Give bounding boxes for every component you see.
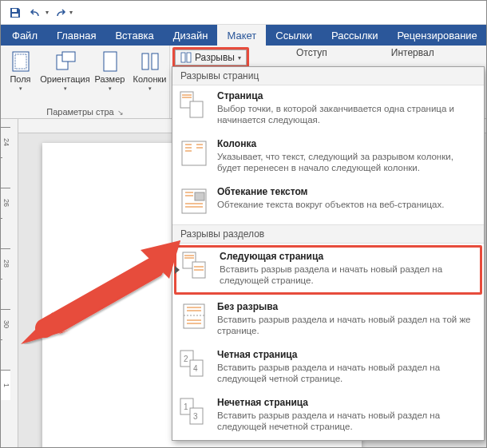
break-evenpage-item[interactable]: 24 Четная страница Вставить разрыв разде… (172, 344, 484, 392)
page-setup-group-title: Параметры стра↘ (2, 105, 168, 118)
break-nextpage-title: Следующая страница (220, 251, 475, 262)
svg-rect-6 (104, 52, 117, 71)
break-column-title: Колонка (217, 138, 477, 149)
quick-access-toolbar: ▾ ▾ (1, 1, 486, 25)
tab-design[interactable]: Дизайн (164, 25, 218, 46)
tab-review[interactable]: Рецензирование (387, 25, 486, 46)
breaks-button-highlight: Разрывы ▾ (172, 47, 249, 68)
tab-file[interactable]: Файл (2, 25, 47, 46)
svg-rect-22 (195, 192, 204, 200)
svg-text:2: 2 (184, 355, 188, 363)
break-evenpage-desc: Вставить разрыв раздела и начать новый р… (217, 362, 477, 384)
column-break-icon (179, 138, 209, 168)
break-page-item[interactable]: Страница Выбор точки, в которой заканчив… (172, 85, 484, 133)
svg-rect-5 (62, 52, 75, 61)
tab-insert[interactable]: Вставка (105, 25, 163, 46)
margins-label: Поля (10, 74, 30, 84)
svg-text:3: 3 (193, 412, 198, 421)
break-page-title: Страница (217, 90, 477, 101)
breaks-icon (180, 52, 192, 63)
breaks-button[interactable]: Разрывы ▾ (175, 50, 247, 65)
page-break-icon (179, 90, 209, 121)
spacing-label: Интервал (391, 47, 434, 58)
indent-label: Отступ (296, 47, 327, 58)
break-column-item[interactable]: Колонка Указывает, что текст, следующий … (172, 133, 484, 181)
columns-button[interactable]: Колонки ▾ (130, 47, 170, 105)
break-textwrap-item[interactable]: Обтекание текстом Обтекание текста вокру… (172, 181, 484, 224)
svg-text:4: 4 (193, 364, 198, 373)
svg-rect-10 (187, 53, 191, 62)
breaks-label: Разрывы (195, 52, 235, 63)
break-continuous-desc: Вставить разрыв раздела и начать новый р… (217, 314, 477, 336)
redo-icon[interactable] (50, 3, 69, 22)
columns-label: Колонки (133, 74, 167, 84)
orientation-button[interactable]: Ориентация ▾ (41, 47, 90, 105)
undo-icon[interactable] (26, 3, 46, 22)
break-continuous-title: Без разрыва (217, 301, 477, 312)
break-evenpage-title: Четная страница (217, 349, 477, 360)
ribbon-tabs: Файл Главная Вставка Дизайн Макет Ссылки… (1, 25, 486, 46)
break-textwrap-title: Обтекание текстом (217, 186, 444, 197)
svg-rect-1 (12, 14, 18, 17)
ribbon-right-labels: Отступ Интервал (296, 47, 434, 58)
break-oddpage-item[interactable]: 13 Нечетная страница Вставить разрыв раз… (172, 392, 484, 440)
break-column-desc: Указывает, что текст, следующий за разры… (217, 151, 477, 173)
evenpage-break-icon: 24 (179, 349, 209, 379)
tab-mailings[interactable]: Рассылки (322, 25, 387, 46)
section-page-breaks: Разрывы страниц (172, 67, 484, 85)
size-button[interactable]: Размер ▾ (90, 47, 130, 105)
section-section-breaks: Разрывы разделов (172, 224, 484, 244)
svg-rect-0 (12, 9, 17, 12)
break-oddpage-desc: Вставить разрыв раздела и начать новый р… (217, 410, 477, 432)
svg-rect-12 (190, 101, 203, 117)
oddpage-break-icon: 13 (179, 397, 209, 427)
continuous-break-icon (179, 301, 209, 331)
breaks-dropdown: Разрывы страниц Страница Выбор точки, в … (172, 66, 485, 441)
undo-dropdown-icon[interactable]: ▾ (46, 9, 49, 16)
break-nextpage-desc: Вставить разрыв раздела и начать новый р… (220, 264, 475, 286)
save-icon[interactable] (6, 3, 25, 22)
nextpage-break-icon (181, 251, 212, 281)
svg-rect-9 (181, 53, 185, 62)
break-textwrap-desc: Обтекание текста вокруг объектов на веб-… (217, 199, 444, 210)
break-nextpage-item[interactable]: Следующая страница Вставить разрыв разде… (174, 245, 482, 295)
svg-rect-8 (152, 54, 158, 69)
svg-text:1: 1 (184, 402, 188, 411)
tab-references[interactable]: Ссылки (266, 25, 322, 46)
qat-customize-icon[interactable]: ▾ (69, 9, 73, 16)
margins-button[interactable]: Поля ▾ (1, 47, 41, 105)
svg-rect-7 (142, 54, 148, 69)
size-label: Размер (95, 74, 125, 84)
vertical-ruler: 24 26 28 30 1 (1, 119, 18, 447)
textwrap-break-icon (179, 186, 209, 216)
dialog-launcher-icon[interactable]: ↘ (117, 109, 124, 117)
orientation-label: Ориентация (40, 74, 89, 84)
break-continuous-item[interactable]: Без разрыва Вставить разрыв раздела и на… (172, 296, 484, 344)
tab-home[interactable]: Главная (47, 25, 105, 46)
page-setup-group: Поля ▾ Ориентация ▾ Размер ▾ Колонки ▾ П… (1, 46, 170, 118)
selection-indicator-icon (175, 266, 180, 274)
tab-layout[interactable]: Макет (217, 25, 266, 46)
break-page-desc: Выбор точки, в которой заканчивается одн… (217, 103, 477, 125)
chevron-down-icon: ▾ (238, 54, 241, 61)
break-oddpage-title: Нечетная страница (217, 397, 477, 408)
